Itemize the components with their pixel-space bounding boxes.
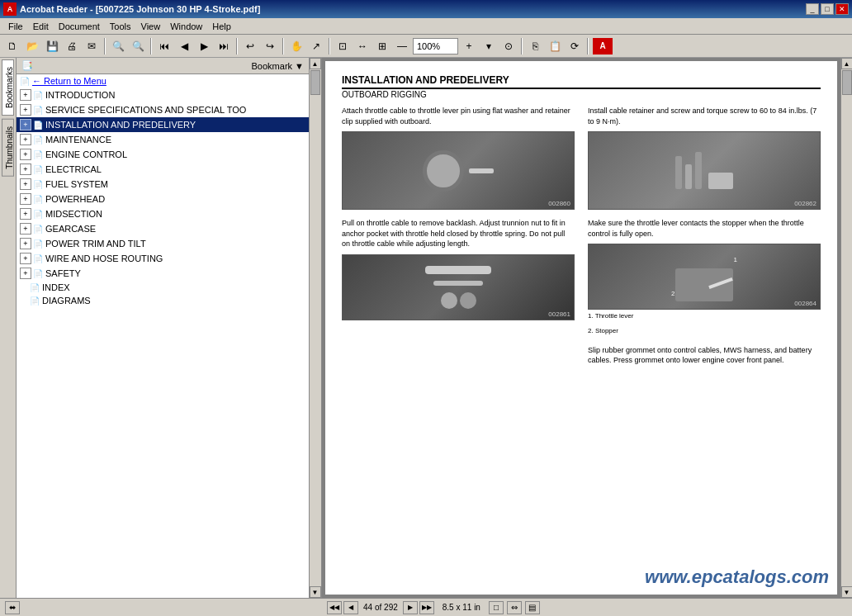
- sep2: [150, 38, 152, 54]
- page-icon-1[interactable]: □: [489, 601, 504, 614]
- menu-document[interactable]: Document: [54, 20, 105, 33]
- rotate-btn[interactable]: ⟳: [566, 37, 584, 55]
- pdf-page: INSTALLATION AND PREDELIVERY OUTBOARD RI…: [325, 61, 837, 595]
- bookmark-service[interactable]: + 📄 SERVICE SPECIFICATIONS AND SPECIAL T…: [17, 102, 309, 117]
- zoom-page-btn[interactable]: ⊞: [373, 37, 391, 55]
- toolbar: 🗋 📂 💾 🖨 ✉ 🔍 🔍 ⏮ ◀ ▶ ⏭ ↩ ↪ ✋ ↗ ⊡ ↔ ⊞ — 10…: [0, 35, 852, 58]
- scroll-up-btn[interactable]: ▲: [310, 58, 321, 69]
- menu-help[interactable]: Help: [207, 20, 236, 33]
- zoom-plus-btn[interactable]: +: [460, 37, 478, 55]
- bookmark-index[interactable]: 📄 INDEX: [17, 281, 309, 294]
- expand-engine[interactable]: +: [20, 149, 31, 160]
- scroll-down-btn[interactable]: ▼: [310, 586, 321, 598]
- bookmark-engine[interactable]: + 📄 ENGINE CONTROL: [17, 147, 309, 162]
- email-button[interactable]: ✉: [83, 37, 101, 55]
- bookmarks-header: 📑 Bookmark ▼: [17, 58, 309, 74]
- nav-next-btn[interactable]: ▶: [403, 601, 418, 614]
- scroll-thumb[interactable]: [310, 70, 320, 95]
- doc-icon-gearcase: 📄: [33, 225, 43, 234]
- nav-prev-btn[interactable]: ◀: [343, 601, 358, 614]
- bookmark-intro[interactable]: + 📄 INTRODUCTION: [17, 88, 309, 102]
- minimize-button[interactable]: _: [806, 3, 819, 15]
- expand-installation[interactable]: +: [20, 119, 31, 130]
- hand-tool[interactable]: ✋: [287, 37, 305, 55]
- bookmark-powertrim[interactable]: + 📄 POWER TRIM AND TILT: [17, 236, 309, 251]
- select-tool[interactable]: ↗: [307, 37, 325, 55]
- zoom-width-btn[interactable]: ↔: [353, 37, 372, 55]
- expand-electrical[interactable]: +: [20, 163, 31, 175]
- zoom-minus-btn[interactable]: —: [393, 37, 411, 55]
- pdf-image-4: 1 2 002864: [588, 244, 821, 310]
- zoom-box[interactable]: 100%: [413, 38, 458, 54]
- first-page-btn[interactable]: ⏮: [155, 37, 173, 55]
- bookmark-midsection[interactable]: + 📄 MIDSECTION: [17, 206, 309, 221]
- bookmark-label[interactable]: Bookmark ▼: [252, 61, 304, 71]
- expand-fuel[interactable]: +: [20, 178, 31, 190]
- status-icon-1[interactable]: ⬌: [5, 601, 20, 614]
- next-page-btn[interactable]: ▶: [195, 37, 213, 55]
- right-scroll-up[interactable]: ▲: [841, 58, 853, 69]
- pdf-col1-row2: Pull on throttle cable to remove backlas…: [342, 218, 575, 340]
- menu-view[interactable]: View: [136, 20, 166, 33]
- zoom-out-btn[interactable]: 🔍: [129, 37, 147, 55]
- paste-btn[interactable]: 📋: [546, 37, 564, 55]
- expand-intro[interactable]: +: [20, 89, 31, 101]
- img1-num: 002860: [548, 200, 570, 207]
- bookmark-return[interactable]: 📄 ← Return to Menu: [17, 74, 309, 88]
- nav-first-btn[interactable]: ◀◀: [327, 601, 342, 614]
- print-button[interactable]: 🖨: [63, 37, 81, 55]
- bookmark-electrical[interactable]: + 📄 ELECTRICAL: [17, 162, 309, 177]
- page-icon-2[interactable]: ⇔: [507, 601, 522, 614]
- bookmark-maintenance[interactable]: + 📄 MAINTENANCE: [17, 132, 309, 147]
- doc-icon-intro: 📄: [33, 91, 43, 100]
- menu-file[interactable]: File: [3, 20, 28, 33]
- bookmark-fuel[interactable]: + 📄 FUEL SYSTEM: [17, 177, 309, 192]
- pdf-col1-row3: [342, 345, 575, 371]
- open-button[interactable]: 📂: [23, 37, 41, 55]
- expand-powertrim[interactable]: +: [20, 238, 31, 249]
- expand-midsection[interactable]: +: [20, 208, 31, 220]
- back-btn[interactable]: ↩: [241, 37, 259, 55]
- find-button[interactable]: 🔍: [109, 37, 127, 55]
- adobe-btn[interactable]: A: [592, 37, 613, 55]
- nav-last-btn[interactable]: ▶▶: [419, 601, 434, 614]
- right-scroll-thumb[interactable]: [842, 70, 852, 95]
- bookmark-safety[interactable]: + 📄 SAFETY: [17, 266, 309, 281]
- tab-thumbnails[interactable]: Thumbnails: [2, 119, 14, 177]
- bookmark-installation[interactable]: + 📄 INSTALLATION AND PREDELIVERY: [17, 117, 309, 132]
- close-button[interactable]: ✕: [835, 3, 849, 15]
- right-scroll-down[interactable]: ▼: [841, 586, 853, 598]
- zoom-dropdown-btn[interactable]: ▾: [480, 37, 498, 55]
- new-button[interactable]: 🗋: [3, 37, 21, 55]
- menu-tools[interactable]: Tools: [105, 20, 136, 33]
- page-icon-3[interactable]: ▤: [525, 601, 540, 614]
- pdf-col1-text2: Pull on throttle cable to remove backlas…: [342, 218, 575, 249]
- menu-window[interactable]: Window: [165, 20, 207, 33]
- expand-safety[interactable]: +: [20, 268, 31, 279]
- img3-detail: [343, 255, 574, 320]
- pdf-col1-text1: Attach throttle cable to throttle lever …: [342, 106, 575, 126]
- save-button[interactable]: 💾: [43, 37, 61, 55]
- expand-maintenance[interactable]: +: [20, 134, 31, 145]
- pdf-col2-row1: Install cable retainer and screw and tor…: [588, 106, 821, 211]
- expand-powerhead[interactable]: +: [20, 193, 31, 205]
- pdf-row3: Slip rubber grommet onto control cables,…: [342, 345, 821, 371]
- prev-page-btn[interactable]: ◀: [175, 37, 193, 55]
- bookmark-powerhead[interactable]: + 📄 POWERHEAD: [17, 192, 309, 206]
- menu-edit[interactable]: Edit: [28, 20, 54, 33]
- restore-button[interactable]: □: [821, 3, 834, 15]
- actual-size-btn[interactable]: ⊙: [499, 37, 518, 55]
- img2-detail: [589, 132, 820, 209]
- expand-gearcase[interactable]: +: [20, 223, 31, 235]
- zoom-fit-btn[interactable]: ⊡: [334, 37, 352, 55]
- last-page-btn[interactable]: ⏭: [215, 37, 233, 55]
- copy-btn[interactable]: ⎘: [526, 37, 544, 55]
- forward-btn[interactable]: ↪: [261, 37, 279, 55]
- expand-service[interactable]: +: [20, 104, 31, 116]
- bookmark-wirerouting[interactable]: + 📄 WIRE AND HOSE ROUTING: [17, 251, 309, 266]
- bookmark-gearcase[interactable]: + 📄 GEARCASE: [17, 221, 309, 236]
- legend1: 1. Throttle lever: [588, 311, 821, 320]
- tab-bookmarks[interactable]: Bookmarks: [2, 59, 14, 116]
- expand-wirerouting[interactable]: +: [20, 253, 31, 264]
- bookmark-diagrams[interactable]: 📄 DIAGRAMS: [17, 294, 309, 307]
